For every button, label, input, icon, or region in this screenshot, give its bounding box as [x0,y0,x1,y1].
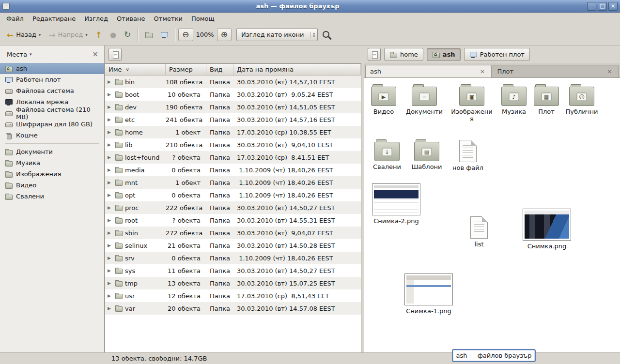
icon-item-12[interactable]: Снимка.png [520,209,574,250]
table-row[interactable]: ▶dev190 обектаПапка30.03.2010 (вт) 14,51… [105,101,361,113]
tab-close-icon[interactable]: × [479,68,487,75]
table-row[interactable]: ▶var20 обектаПапка30.03.2010 (вт) 14,57,… [105,302,361,315]
menu-item-4[interactable]: Отиване [112,14,149,24]
expander-icon[interactable]: ▶ [108,205,112,210]
zoom-in-button[interactable]: ⊕ [217,28,232,41]
table-row[interactable]: ▶srv0 обектаПапка 1.10.2009 (чт) 18,40,2… [105,252,361,264]
sidebar-item-7[interactable]: Кошче [0,130,104,141]
toggle-location-entry-button[interactable] [108,48,122,61]
sidebar-item-10[interactable]: Музика [0,157,104,168]
table-row[interactable]: ▶sys11 обектаПапка30.03.2010 (вт) 14,50,… [105,264,361,277]
table-row[interactable]: ▶sbin272 обектаПапка30.03.2010 (вт) 9,04… [105,227,361,239]
table-row[interactable]: ▶boot10 обектаПапка30.03.2010 (вт) 9,05,… [105,88,361,101]
table-row[interactable]: ▶lib210 обектаПапка30.03.2010 (вт) 9,04,… [105,138,361,151]
sidebar-item-13[interactable]: Свалени [0,191,104,202]
table-row[interactable]: ▶mnt1 обектПапка 1.10.2009 (чт) 18,40,26… [105,176,361,189]
menu-item-3[interactable]: Изглед [80,14,112,24]
expander-icon[interactable]: ▶ [108,256,112,260]
sidebar-item-12[interactable]: Видео [0,180,104,191]
sidebar-item-3[interactable]: Файлова система [0,85,104,96]
expander-icon[interactable]: ▶ [108,281,112,286]
icon-item-13[interactable]: Снимка-1.png [402,273,455,315]
menu-item-6[interactable]: Помощ [187,14,219,24]
tab-ash[interactable]: ash × [365,65,492,77]
reload-button[interactable]: ↻ [120,28,135,41]
sidebar-item-11[interactable]: Изображения [0,168,104,180]
minimize-button[interactable]: _ [587,2,596,11]
sidebar-item-9[interactable]: Документи [0,146,104,157]
icon-item-6[interactable]: ☺Публични [561,84,602,116]
table-row[interactable]: ▶proc222 обектаПапка30.03.2010 (вт) 14,5… [105,201,361,214]
icon-item-1[interactable]: ▶Видео [364,84,404,116]
expander-icon[interactable]: ▶ [108,105,112,109]
sidebar-mode-select[interactable]: Места ▾ [4,49,34,60]
expander-icon[interactable]: ▶ [108,180,112,185]
icon-item-3[interactable]: ▣Изображения [450,84,493,123]
sidebar-item-2[interactable]: Работен плот [0,74,104,85]
table-row[interactable]: ▶lost+found? обектаПапка17.03.2010 (ср) … [105,151,361,164]
forward-button[interactable]: → Напред ▾ [45,28,91,41]
menu-item-5[interactable]: Отметки [149,14,186,24]
expander-icon[interactable]: ▶ [108,92,112,97]
close-button[interactable]: × [608,2,618,11]
expander-icon[interactable]: ▶ [108,306,112,311]
icon-item-9[interactable]: нов файл [448,139,488,172]
expander-icon[interactable]: ▶ [108,117,112,122]
taskbar-window-button[interactable]: ash — файлов браузър [452,349,536,362]
icon-item-5[interactable]: ▦Плот [526,84,567,116]
table-row[interactable]: ▶home1 обектПапка17.03.2010 (ср) 10,38,5… [105,126,361,138]
icon-item-10[interactable]: Снимка-2.png [370,183,423,225]
expander-icon[interactable]: ▶ [108,230,112,235]
column-header-1[interactable]: Име∨ [105,64,166,75]
maximize-button[interactable]: □ [598,2,607,11]
table-row[interactable]: ▶tmp13 обектаПапка30.03.2010 (вт) 15,07,… [105,277,361,289]
expander-icon[interactable]: ▶ [108,193,112,197]
toggle-location-entry-button[interactable] [368,48,381,61]
tab-close-icon[interactable]: × [605,68,614,75]
zoom-out-button[interactable]: ⊖ [178,28,193,41]
sidebar-item-5[interactable]: Файлова система (210 MB) [0,107,104,119]
tab-desktop[interactable]: Плот × [493,65,619,77]
expander-icon[interactable]: ▶ [108,293,112,298]
icon-item-11[interactable]: list [459,215,499,248]
column-header-3[interactable]: Вид [206,64,233,75]
column-header-2[interactable]: Размер [166,64,206,75]
expander-icon[interactable]: ▶ [108,142,112,147]
up-button[interactable]: ↑ [92,29,106,41]
expander-icon[interactable]: ▶ [108,167,112,172]
expander-icon[interactable]: ▶ [108,218,112,223]
titlebar[interactable]: ash — файлов браузър _ □ × [0,0,620,13]
table-row[interactable]: ▶bin108 обектаПапка30.03.2010 (вт) 14,57… [105,76,361,88]
back-button[interactable]: ← Назад ▾ [3,28,45,41]
view-mode-select[interactable]: Изглед като икони ▴▾ [236,28,318,41]
icon-view[interactable]: ▶Видео≡Документи▣Изображения♪Музика▦Плот… [364,78,620,352]
menu-item-2[interactable]: Редактиране [28,14,80,24]
column-header-4[interactable]: Дата на промяна [233,64,361,75]
back-dropdown-icon[interactable]: ▾ [39,32,41,37]
path-button-desktop[interactable]: Работен плот [464,48,530,61]
expander-icon[interactable]: ▶ [108,130,112,135]
expander-icon[interactable]: ▶ [108,268,112,273]
computer-button[interactable] [156,28,172,42]
table-row[interactable]: ▶selinux21 обектаПапка30.03.2010 (вт) 14… [105,239,361,252]
icon-item-2[interactable]: ≡Документи [404,84,445,116]
expander-icon[interactable]: ▶ [108,243,112,248]
sidebar-item-6[interactable]: Шифриран дял (80 GB) [0,119,104,130]
stop-button[interactable]: ● [106,29,120,41]
expander-icon[interactable]: ▶ [108,155,112,160]
sidebar-item-1[interactable]: ⌂ash [0,63,104,74]
table-row[interactable]: ▶media0 обектаПапка 1.10.2009 (чт) 18,40… [105,164,361,176]
search-button[interactable] [318,27,336,43]
menu-item-1[interactable]: Файл [2,14,28,24]
expander-icon[interactable]: ▶ [108,79,112,84]
path-button-home[interactable]: home [384,48,423,61]
table-row[interactable]: ▶opt0 обектаПапка 1.10.2009 (чт) 18,40,2… [105,189,361,201]
sidebar-close-icon[interactable]: × [91,50,100,59]
path-button-ash[interactable]: ⌂ ash [427,48,461,61]
icon-item-7[interactable]: ↓Свалени [367,139,407,171]
table-row[interactable]: ▶etc241 обектаПапка30.03.2010 (вт) 14,57… [105,113,361,126]
home-button[interactable] [141,28,156,42]
icon-item-8[interactable]: ▤Шаблони [406,139,447,171]
table-row[interactable]: ▶usr12 обектаПапка17.03.2010 (ср) 8,51,4… [105,289,361,302]
table-row[interactable]: ▶root? обектаПапка30.03.2010 (вт) 14,55,… [105,214,361,227]
